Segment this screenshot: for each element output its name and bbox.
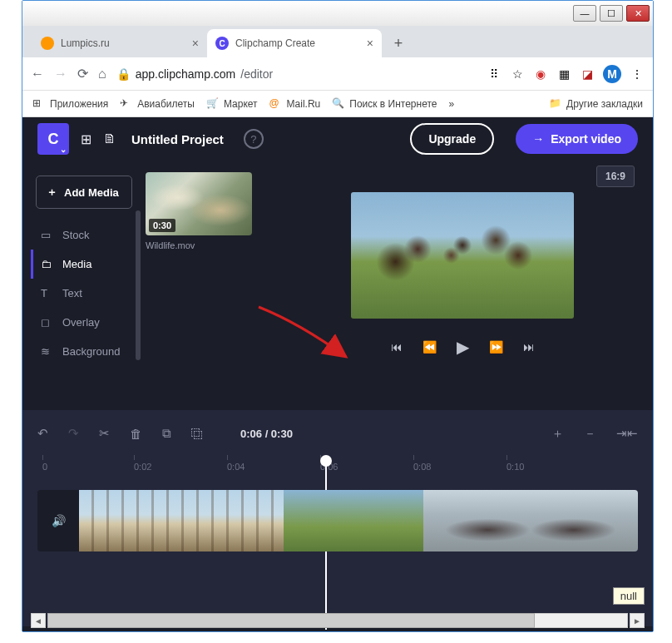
timeline: ↶ ↷ ✂ 🗑 ⧉ ⿻ 0:06 / 0:30 ＋ － ⇥⇤ 0 0:02 0:…: [22, 410, 653, 626]
url-host: app.clipchamp.com: [136, 67, 236, 81]
cart-icon: 🛒: [206, 97, 220, 111]
clip-duration: 0:30: [149, 219, 175, 232]
address-bar: ← → ⟳ ⌂ 🔒 app.clipchamp.com/editor ⠿ ☆ ◉…: [22, 57, 653, 91]
horizontal-scrollbar[interactable]: ◄ ►: [47, 613, 628, 628]
media-icon: 🗀: [41, 258, 54, 270]
extension-icons: ⠿ ☆ ◉ ▦ ◪ M ⋮: [487, 65, 645, 83]
cut-button[interactable]: ✂: [99, 426, 110, 441]
menu-icon[interactable]: ⋮: [630, 67, 645, 82]
sidebar-scrollbar[interactable]: [136, 210, 141, 360]
mail-bookmark[interactable]: @Mail.Ru: [269, 97, 321, 111]
ruler-tick: 0:10: [506, 462, 524, 472]
search-bookmark[interactable]: 🔍Поиск в Интернете: [332, 97, 437, 111]
layers-icon: ≋: [41, 345, 54, 358]
apps-icon: ⊞: [32, 97, 46, 111]
bookmarks-bar: ⊞Приложения ✈Авиабилеты 🛒Маркет @Mail.Ru…: [22, 91, 653, 117]
ext-icon[interactable]: ▦: [556, 67, 571, 82]
maximize-button[interactable]: ☐: [600, 5, 623, 22]
star-icon[interactable]: ☆: [510, 67, 525, 82]
undo-button[interactable]: ↶: [37, 426, 48, 441]
ruler-tick: 0:02: [134, 462, 151, 472]
timeline-clip[interactable]: [423, 490, 638, 551]
other-bookmarks[interactable]: 📁Другие закладки: [549, 97, 643, 111]
adblock-icon[interactable]: ◉: [533, 67, 548, 82]
skip-end-button[interactable]: ⏭: [523, 340, 535, 354]
redo-button[interactable]: ↷: [68, 426, 79, 441]
forward-button[interactable]: →: [54, 67, 67, 82]
app-toolbar: C ⊞ 🗎 Untitled Project ? Upgrade →Export…: [22, 117, 653, 161]
export-button[interactable]: →Export video: [516, 124, 638, 154]
timeline-track[interactable]: 🔊: [37, 490, 638, 551]
tab-strip: Lumpics.ru × C Clipchamp Create × +: [22, 26, 653, 57]
project-title[interactable]: Untitled Project: [131, 132, 224, 146]
fit-button[interactable]: ⇥⇤: [616, 426, 638, 442]
window-titlebar: — ☐ ✕: [22, 1, 653, 26]
profile-avatar[interactable]: M: [603, 65, 621, 83]
upgrade-button[interactable]: Upgrade: [410, 123, 494, 155]
bookmarks-overflow[interactable]: »: [448, 98, 454, 110]
tooltip: null: [613, 587, 645, 605]
sidebar: ＋Add Media ▭Stock 🗀Media TText ◻Overlay …: [22, 161, 139, 410]
copy-button[interactable]: ⧉: [162, 426, 171, 441]
stock-icon: ▭: [41, 229, 54, 241]
arrow-right-icon: →: [532, 132, 544, 146]
timeline-ruler[interactable]: 0 0:02 0:04 0:06 0:08 0:10: [37, 452, 638, 485]
playback-controls: ⏮ ⏪ ▶ ⏩ ⏭: [391, 337, 535, 357]
aspect-ratio-selector[interactable]: 16:9: [596, 166, 635, 187]
sidebar-item-stock[interactable]: ▭Stock: [31, 220, 139, 250]
sidebar-item-text[interactable]: TText: [31, 279, 139, 308]
paste-button[interactable]: ⿻: [191, 427, 204, 441]
tab-lumpics[interactable]: Lumpics.ru ×: [32, 29, 207, 57]
scroll-left-button[interactable]: ◄: [31, 613, 46, 628]
close-icon[interactable]: ×: [367, 37, 373, 50]
tab-clipchamp[interactable]: C Clipchamp Create ×: [207, 29, 382, 57]
media-thumbnail[interactable]: 0:30: [146, 172, 252, 235]
play-button[interactable]: ▶: [457, 337, 469, 357]
close-icon[interactable]: ×: [192, 37, 199, 50]
sidebar-item-media[interactable]: 🗀Media: [31, 250, 139, 279]
window-close-button[interactable]: ✕: [626, 5, 650, 22]
favicon-icon: [41, 37, 54, 50]
apps-bookmark[interactable]: ⊞Приложения: [32, 97, 108, 111]
market-bookmark[interactable]: 🛒Маркет: [206, 97, 258, 111]
document-icon[interactable]: 🗎: [103, 131, 116, 146]
rewind-button[interactable]: ⏪: [422, 340, 437, 354]
translate-icon[interactable]: ⠿: [487, 67, 502, 82]
audio-toggle[interactable]: 🔊: [37, 490, 79, 551]
forward-button[interactable]: ⏩: [489, 340, 503, 354]
favicon-icon: C: [215, 37, 229, 50]
app-logo[interactable]: C: [37, 123, 69, 155]
add-media-button[interactable]: ＋Add Media: [36, 176, 132, 209]
url-field[interactable]: 🔒 app.clipchamp.com/editor: [116, 67, 477, 81]
delete-button[interactable]: 🗑: [130, 427, 142, 441]
sidebar-item-overlay[interactable]: ◻Overlay: [31, 308, 139, 337]
zoom-out-button[interactable]: －: [584, 426, 596, 442]
flights-bookmark[interactable]: ✈Авиабилеты: [120, 97, 195, 111]
lock-icon: 🔒: [116, 67, 131, 81]
video-icon[interactable]: ⊞: [81, 131, 91, 147]
new-tab-button[interactable]: +: [387, 32, 410, 55]
scroll-right-button[interactable]: ►: [630, 613, 645, 628]
home-button[interactable]: ⌂: [98, 67, 106, 82]
scroll-thumb[interactable]: [47, 613, 535, 628]
plus-icon: ＋: [47, 185, 57, 200]
media-panel: 0:30 Wildlife.mov: [139, 161, 272, 410]
main-area: ＋Add Media ▭Stock 🗀Media TText ◻Overlay …: [22, 161, 653, 410]
video-preview[interactable]: [351, 192, 574, 319]
url-path: /editor: [240, 67, 273, 81]
search-icon: 🔍: [332, 97, 345, 111]
zoom-in-button[interactable]: ＋: [551, 426, 564, 442]
timeline-clip[interactable]: [79, 490, 284, 551]
reload-button[interactable]: ⟳: [77, 66, 88, 82]
overlay-icon: ◻: [41, 316, 54, 329]
back-button[interactable]: ←: [31, 67, 44, 82]
pdf-icon[interactable]: ◪: [580, 67, 595, 82]
mail-icon: @: [269, 97, 283, 111]
sidebar-item-background[interactable]: ≋Background: [31, 337, 139, 366]
timeline-clip[interactable]: [284, 490, 423, 551]
ruler-tick: 0:08: [413, 462, 431, 472]
text-icon: T: [41, 287, 54, 299]
skip-start-button[interactable]: ⏮: [391, 340, 403, 354]
help-button[interactable]: ?: [244, 129, 264, 149]
minimize-button[interactable]: —: [573, 5, 596, 22]
